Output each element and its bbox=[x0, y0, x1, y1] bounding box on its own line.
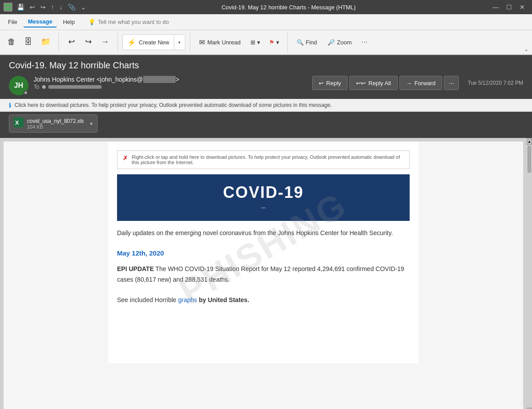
trash-icon: 🗑 bbox=[8, 37, 16, 47]
email-subject: Covid-19. May 12 horrible Charts bbox=[9, 60, 523, 71]
close-btn[interactable]: ✕ bbox=[516, 1, 528, 13]
covid-title: COVID-19 bbox=[126, 183, 401, 202]
svg-rect-1 bbox=[8, 4, 11, 7]
attachment-size: 104 KB bbox=[27, 124, 84, 130]
forward-label: Forward bbox=[415, 80, 436, 87]
epi-update-para: EPI UPDATE The WHO COVID-19 Situation Re… bbox=[117, 264, 410, 285]
envelope-icon: ✉ bbox=[199, 38, 205, 47]
create-new-dropdown[interactable]: ▾ bbox=[174, 35, 185, 50]
flag-icon: ⚑ bbox=[269, 39, 274, 46]
svg-rect-0 bbox=[5, 4, 8, 7]
attachment-name: covid_usa_nyt_8072.xls bbox=[27, 118, 84, 124]
down-btn[interactable]: ↓ bbox=[58, 3, 64, 12]
date-heading: May 12th, 2020 bbox=[117, 248, 410, 259]
email-sender-info: JH Johns Hopkins Center <john_hopkins@em… bbox=[9, 76, 179, 95]
find-btn[interactable]: 🔍 Find bbox=[292, 31, 321, 53]
avatar-initials: JH bbox=[14, 82, 23, 90]
create-new-label: Create New bbox=[139, 39, 169, 46]
blocked-image-text: Right-click or tap and hold here to down… bbox=[132, 154, 404, 165]
email-content-area[interactable]: PHISHING ✗ Right-click or tap and hold h… bbox=[4, 142, 523, 409]
zoom-icon: 🔎 bbox=[328, 39, 335, 46]
delete-btn[interactable]: 🗑 bbox=[4, 31, 20, 53]
svg-text:X: X bbox=[15, 119, 19, 126]
window-title: Covid-19. May 12 horrible Charts - Messa… bbox=[88, 4, 489, 11]
menu-message[interactable]: Message bbox=[23, 16, 57, 28]
more-actions-btn[interactable]: ··· bbox=[444, 76, 459, 90]
covid-banner: COVID-19 – bbox=[117, 174, 410, 221]
redo-btn[interactable]: ↪ bbox=[39, 3, 47, 12]
archive-btn[interactable]: 🗄 bbox=[20, 31, 36, 53]
email-text-body: Daily updates on the emerging novel coro… bbox=[117, 221, 410, 312]
by-united-states: by United States. bbox=[197, 296, 249, 303]
to-dot bbox=[42, 85, 46, 89]
window-controls: — ☐ ✕ bbox=[489, 1, 528, 13]
avatar-status-dot bbox=[23, 90, 28, 95]
undo-btn[interactable]: ↩ bbox=[28, 3, 37, 12]
move-btn[interactable]: 📁 bbox=[37, 31, 54, 53]
flag-btn[interactable]: ⚑ ▾ bbox=[266, 31, 283, 53]
apps-dropdown: ▾ bbox=[257, 39, 260, 46]
see-included-text: See included Horrible bbox=[117, 296, 178, 303]
more-quick-btn[interactable]: ⌄ bbox=[79, 3, 88, 12]
apps-btn[interactable]: ⊞ ▾ bbox=[247, 31, 264, 53]
more-ribbon-btn[interactable]: ··· bbox=[358, 31, 371, 53]
graphs-link[interactable]: graphs bbox=[178, 296, 197, 303]
email-header: Covid-19. May 12 horrible Charts JH John… bbox=[0, 55, 532, 99]
see-included-para: See included Horrible graphs by United S… bbox=[117, 295, 410, 305]
folder-icon: 📁 bbox=[41, 37, 51, 47]
search-icon: 🔍 bbox=[297, 39, 304, 46]
email-intro: Daily updates on the emerging novel coro… bbox=[117, 228, 410, 238]
flag-dropdown: ▾ bbox=[276, 39, 279, 46]
app-icon bbox=[4, 3, 12, 12]
privacy-notice-text: Click here to download pictures. To help… bbox=[15, 102, 332, 108]
redo-ribbon-btn[interactable]: ↪ bbox=[80, 31, 96, 53]
attachment-bar: X covid_usa_nyt_8072.xls 104 KB ▾ bbox=[0, 112, 532, 138]
ribbon-divider-2 bbox=[117, 32, 118, 52]
blocked-image-notice: ✗ Right-click or tap and hold here to do… bbox=[117, 150, 410, 169]
ribbon-collapse-btn[interactable]: ⌄ bbox=[524, 46, 528, 52]
mark-unread-btn[interactable]: ✉ Mark Unread bbox=[195, 31, 245, 53]
forward-nav-btn[interactable]: → bbox=[97, 31, 113, 53]
attachment-chevron-icon: ▾ bbox=[90, 121, 93, 127]
blocked-img-icon: ✗ bbox=[123, 154, 128, 161]
save-btn[interactable]: 💾 bbox=[15, 3, 26, 12]
title-bar: 💾 ↩ ↪ ↑ ↓ 📎 ⌄ Covid-19. May 12 horrible … bbox=[0, 0, 532, 14]
sender-details: Johns Hopkins Center <john_hopkins@email… bbox=[34, 76, 179, 90]
forward-btn[interactable]: → Forward bbox=[399, 76, 442, 90]
sender-name: Johns Hopkins Center <john_hopkins@email… bbox=[34, 76, 179, 83]
svg-rect-3 bbox=[8, 8, 11, 10]
undo-ribbon-btn[interactable]: ↩ bbox=[63, 31, 79, 53]
zoom-btn[interactable]: 🔎 Zoom bbox=[323, 31, 356, 53]
reply-btn[interactable]: ↩ Reply bbox=[312, 76, 348, 90]
create-new-main[interactable]: ⚡ Create New bbox=[123, 35, 174, 50]
email-body: PHISHING ✗ Right-click or tap and hold h… bbox=[108, 142, 419, 363]
email-timestamp: Tue 5/12/2020 7:02 PM bbox=[468, 80, 523, 86]
create-new-btn[interactable]: ⚡ Create New ▾ bbox=[122, 34, 185, 50]
tell-me-input[interactable] bbox=[98, 19, 187, 25]
ribbon-divider-1 bbox=[59, 32, 59, 52]
vertical-scrollbar[interactable]: ▲ ▼ bbox=[527, 138, 532, 409]
minimize-btn[interactable]: — bbox=[489, 1, 502, 13]
attachment-item[interactable]: X covid_usa_nyt_8072.xls 104 KB ▾ bbox=[9, 114, 98, 133]
privacy-notice[interactable]: ℹ Click here to download pictures. To he… bbox=[0, 99, 532, 112]
maximize-btn[interactable]: ☐ bbox=[503, 1, 515, 13]
menu-help[interactable]: Help bbox=[59, 17, 79, 27]
menu-file[interactable]: File bbox=[4, 17, 22, 27]
to-label: To bbox=[34, 84, 39, 90]
email-meta-row: JH Johns Hopkins Center <john_hopkins@em… bbox=[9, 76, 523, 95]
email-actions-area: ↩ Reply ↩↩ Reply All → Forward ··· Tue 5… bbox=[312, 76, 523, 90]
scroll-up-btn[interactable]: ▲ bbox=[527, 138, 532, 145]
scroll-thumb[interactable] bbox=[528, 146, 531, 173]
forward-nav-icon: → bbox=[101, 37, 109, 47]
sender-avatar: JH bbox=[9, 76, 28, 95]
apps-icon: ⊞ bbox=[250, 39, 255, 46]
reply-label: Reply bbox=[326, 80, 341, 87]
toolbar-quick-access: 💾 ↩ ↪ ↑ ↓ 📎 ⌄ bbox=[15, 3, 88, 12]
attach-btn[interactable]: 📎 bbox=[66, 3, 77, 12]
svg-rect-2 bbox=[5, 8, 8, 10]
up-btn[interactable]: ↑ bbox=[49, 3, 56, 12]
reply-all-btn[interactable]: ↩↩ Reply All bbox=[349, 76, 398, 90]
ribbon: 🗑 🗄 📁 ↩ ↪ → ⚡ Create New ▾ ✉ Mark Unread bbox=[0, 30, 532, 55]
redo-icon: ↪ bbox=[85, 37, 92, 47]
nav-group: ↩ ↪ → bbox=[63, 31, 113, 53]
